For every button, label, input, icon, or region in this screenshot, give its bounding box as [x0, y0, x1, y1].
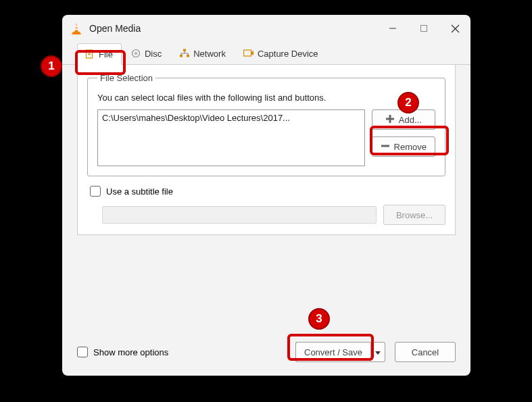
file-selection-legend: File Selection	[97, 73, 155, 83]
file-icon	[84, 49, 95, 59]
convert-save-split-button: Convert / Save	[295, 342, 385, 362]
plus-icon	[385, 114, 395, 126]
bottom-bar: Show more options Convert / Save Cancel	[62, 342, 470, 376]
subtitle-checkbox[interactable]	[90, 186, 101, 197]
capture-icon	[243, 48, 254, 59]
tab-bar: File Disc Network	[62, 42, 470, 65]
browse-button: Browse...	[383, 205, 445, 225]
tab-disc[interactable]: Disc	[123, 43, 170, 64]
svg-rect-10	[180, 55, 183, 57]
cancel-button[interactable]: Cancel	[395, 342, 456, 362]
minus-icon	[381, 141, 390, 153]
subtitle-path-input	[102, 206, 377, 224]
file-selection-group: File Selection You can select local file…	[87, 73, 445, 176]
svg-rect-1	[75, 28, 78, 30]
vlc-cone-icon	[70, 22, 82, 35]
svg-rect-11	[187, 55, 189, 57]
titlebar: Open Media	[62, 15, 470, 42]
svg-rect-0	[75, 26, 78, 27]
network-icon	[179, 48, 190, 59]
open-media-window: Open Media File	[62, 15, 470, 376]
tab-network-label: Network	[193, 49, 226, 59]
show-more-label: Show more options	[93, 347, 168, 357]
cancel-label: Cancel	[412, 347, 439, 357]
browse-button-label: Browse...	[396, 210, 433, 220]
tab-content: File Selection You can select local file…	[77, 65, 456, 235]
minimize-button[interactable]	[377, 15, 408, 42]
tab-capture-label: Capture Device	[258, 49, 318, 59]
annotation-number-1: 1	[41, 55, 62, 77]
chevron-down-icon	[375, 347, 381, 357]
close-button[interactable]	[439, 15, 470, 42]
annotation-number-3: 3	[308, 308, 330, 330]
file-selection-help: You can select local files with the foll…	[97, 93, 435, 103]
svg-point-8	[135, 53, 137, 55]
maximize-button[interactable]	[408, 15, 439, 42]
window-title: Open Media	[89, 23, 141, 34]
tab-file-label: File	[99, 49, 113, 59]
svg-rect-9	[183, 49, 186, 52]
annotation-number-2: 2	[397, 92, 419, 114]
remove-button[interactable]: Remove	[372, 136, 435, 157]
file-list-item: C:\Users\mahes\Desktop\Video Lectures\20…	[102, 113, 290, 123]
svg-point-7	[132, 50, 139, 57]
disc-icon	[130, 48, 141, 59]
svg-rect-3	[421, 26, 427, 32]
tab-network[interactable]: Network	[172, 43, 235, 64]
tab-disc-label: Disc	[145, 49, 162, 59]
subtitle-checkbox-row[interactable]: Use a subtitle file	[90, 186, 445, 197]
show-more-checkbox[interactable]	[77, 347, 88, 357]
subtitle-checkbox-label: Use a subtitle file	[106, 186, 173, 197]
convert-save-dropdown[interactable]	[370, 342, 385, 362]
convert-save-label: Convert / Save	[304, 347, 362, 357]
add-button-label: Add...	[399, 115, 422, 125]
svg-rect-12	[243, 50, 251, 56]
remove-button-label: Remove	[394, 142, 427, 152]
convert-save-button[interactable]: Convert / Save	[295, 342, 370, 362]
tab-capture[interactable]: Capture Device	[236, 43, 327, 64]
file-list[interactable]: C:\Users\mahes\Desktop\Video Lectures\20…	[97, 109, 365, 166]
tab-file[interactable]: File	[77, 43, 122, 65]
